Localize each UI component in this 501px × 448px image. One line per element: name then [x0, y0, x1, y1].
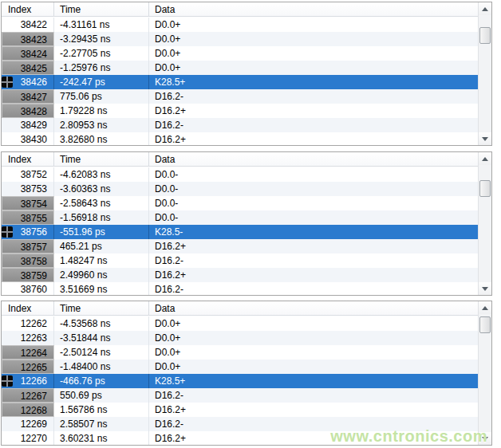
column-header-data[interactable]: Data — [149, 2, 478, 16]
scrollbar-track[interactable] — [479, 314, 491, 432]
time-cell[interactable]: 2.58507 ns — [54, 417, 149, 431]
time-cell[interactable]: -2.58643 ns — [54, 196, 149, 210]
data-cell[interactable]: D0.0- — [149, 182, 478, 196]
table-row[interactable]: 387592.49960 nsD16.2+ — [2, 268, 478, 282]
table-row[interactable]: 12266-466.76 psK28.5+ — [2, 374, 478, 388]
time-cell[interactable]: 3.51669 ns — [54, 282, 149, 296]
index-cell[interactable]: 38425 — [2, 61, 54, 75]
scroll-down-button[interactable] — [479, 432, 491, 445]
table-row[interactable]: 122703.60231 nsD16.2+ — [2, 431, 478, 446]
data-cell[interactable]: D0.0+ — [149, 360, 478, 374]
data-cell[interactable]: D16.2+ — [149, 132, 478, 146]
data-cell[interactable]: K28.5+ — [149, 374, 478, 388]
time-cell[interactable]: -2.27705 ns — [54, 46, 149, 61]
scroll-up-button[interactable] — [479, 301, 491, 314]
time-cell[interactable]: -4.31161 ns — [54, 18, 149, 32]
column-header-index[interactable]: Index — [2, 301, 54, 315]
column-header-index[interactable]: Index — [2, 152, 54, 166]
time-cell[interactable]: 465.21 ps — [54, 239, 149, 253]
index-cell[interactable]: 38753 — [2, 182, 54, 196]
column-header-data[interactable]: Data — [149, 152, 478, 166]
data-cell[interactable]: D16.2+ — [149, 268, 478, 282]
index-cell[interactable]: 38422 — [2, 18, 54, 32]
table-row[interactable]: 38753-3.60363 nsD0.0- — [2, 182, 478, 196]
data-cell[interactable]: D16.2- — [149, 388, 478, 403]
table-row[interactable]: 38422-4.31161 nsD0.0+ — [2, 18, 478, 32]
column-header-time[interactable]: Time — [54, 2, 149, 16]
time-cell[interactable]: -4.53568 ns — [54, 316, 149, 331]
time-cell[interactable]: -1.25976 ns — [54, 61, 149, 75]
time-cell[interactable]: 550.69 ps — [54, 388, 149, 403]
time-cell[interactable]: -242.47 ps — [54, 75, 149, 89]
index-cell[interactable]: 38756 — [2, 225, 54, 239]
data-cell[interactable]: D16.2+ — [149, 403, 478, 417]
data-cell[interactable]: D0.0+ — [149, 32, 478, 46]
index-cell[interactable]: 38429 — [2, 118, 54, 132]
data-cell[interactable]: D16.2- — [149, 253, 478, 268]
scroll-up-button[interactable] — [479, 152, 491, 165]
vertical-scrollbar[interactable] — [478, 2, 491, 145]
column-header-index[interactable]: Index — [2, 2, 54, 16]
scrollbar-track[interactable] — [479, 15, 491, 132]
table-row[interactable]: 387581.48247 nsD16.2- — [2, 253, 478, 268]
data-cell[interactable]: D16.2+ — [149, 431, 478, 446]
data-cell[interactable]: D16.2- — [149, 417, 478, 431]
index-cell[interactable]: 12266 — [2, 374, 54, 388]
index-cell[interactable]: 38755 — [2, 210, 54, 225]
index-cell[interactable]: 12267 — [2, 388, 54, 403]
index-cell[interactable]: 38430 — [2, 132, 54, 146]
time-cell[interactable]: 1.56786 ns — [54, 403, 149, 417]
index-cell[interactable]: 38759 — [2, 268, 54, 282]
table-row[interactable]: 122681.56786 nsD16.2+ — [2, 403, 478, 417]
time-cell[interactable]: 1.79228 ns — [54, 104, 149, 118]
vertical-scrollbar[interactable] — [478, 301, 491, 445]
index-cell[interactable]: 12265 — [2, 360, 54, 374]
index-cell[interactable]: 38427 — [2, 89, 54, 104]
table-row[interactable]: 38424-2.27705 nsD0.0+ — [2, 46, 478, 61]
column-header-data[interactable]: Data — [149, 301, 478, 315]
index-cell[interactable]: 12264 — [2, 345, 54, 360]
table-row[interactable]: 38754-2.58643 nsD0.0- — [2, 196, 478, 210]
time-cell[interactable]: -3.60363 ns — [54, 182, 149, 196]
index-cell[interactable]: 38423 — [2, 32, 54, 46]
table-row[interactable]: 12264-2.50124 nsD0.0+ — [2, 345, 478, 360]
column-header-time[interactable]: Time — [54, 301, 149, 315]
time-cell[interactable]: 2.49960 ns — [54, 268, 149, 282]
scroll-down-button[interactable] — [479, 282, 491, 295]
table-row[interactable]: 12267550.69 psD16.2- — [2, 388, 478, 403]
time-cell[interactable]: -1.48400 ns — [54, 360, 149, 374]
index-cell[interactable]: 12268 — [2, 403, 54, 417]
table-row[interactable]: 12265-1.48400 nsD0.0+ — [2, 360, 478, 374]
scrollbar-thumb[interactable] — [479, 180, 491, 197]
scrollbar-thumb[interactable] — [479, 27, 491, 44]
table-row[interactable]: 387603.51669 nsD16.2- — [2, 282, 478, 296]
table-row[interactable]: 38423-3.29435 nsD0.0+ — [2, 32, 478, 46]
index-cell[interactable]: 38426 — [2, 75, 54, 89]
data-cell[interactable]: D0.0- — [149, 210, 478, 225]
scrollbar-thumb[interactable] — [479, 316, 491, 333]
time-cell[interactable]: -2.50124 ns — [54, 345, 149, 360]
time-cell[interactable]: -1.56918 ns — [54, 210, 149, 225]
table-row[interactable]: 384292.80953 nsD16.2- — [2, 118, 478, 132]
table-row[interactable]: 122692.58507 nsD16.2- — [2, 417, 478, 431]
scrollbar-track[interactable] — [479, 165, 491, 282]
table-row[interactable]: 38425-1.25976 nsD0.0+ — [2, 61, 478, 75]
data-cell[interactable]: D0.0+ — [149, 345, 478, 360]
table-row[interactable]: 12262-4.53568 nsD0.0+ — [2, 316, 478, 331]
table-row[interactable]: 38757465.21 psD16.2+ — [2, 239, 478, 253]
time-cell[interactable]: 775.06 ps — [54, 89, 149, 104]
data-cell[interactable]: D0.0+ — [149, 61, 478, 75]
index-cell[interactable]: 38760 — [2, 282, 54, 296]
index-cell[interactable]: 12270 — [2, 431, 54, 446]
time-cell[interactable]: -3.51844 ns — [54, 331, 149, 345]
index-cell[interactable]: 12263 — [2, 331, 54, 345]
table-row[interactable]: 38752-4.62083 nsD0.0- — [2, 167, 478, 182]
time-cell[interactable]: -551.96 ps — [54, 225, 149, 239]
time-cell[interactable]: -3.29435 ns — [54, 32, 149, 46]
scroll-up-button[interactable] — [479, 2, 491, 15]
data-cell[interactable]: D16.2- — [149, 118, 478, 132]
table-row[interactable]: 38755-1.56918 nsD0.0- — [2, 210, 478, 225]
time-cell[interactable]: -466.76 ps — [54, 374, 149, 388]
index-cell[interactable]: 38754 — [2, 196, 54, 210]
index-cell[interactable]: 38428 — [2, 104, 54, 118]
